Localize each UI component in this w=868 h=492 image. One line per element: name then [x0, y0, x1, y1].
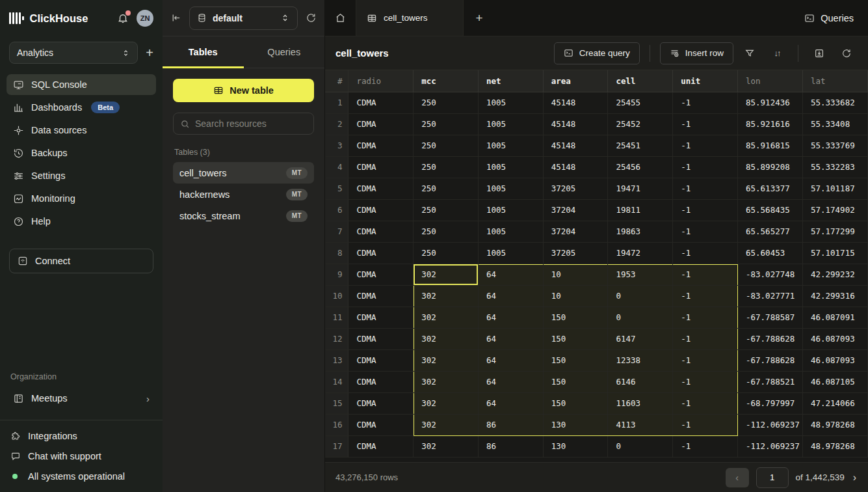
- column-header-lon[interactable]: lon: [738, 70, 803, 92]
- cell[interactable]: 0: [608, 285, 673, 307]
- cell[interactable]: 48.978268: [802, 414, 867, 435]
- sidebar-item-data-sources[interactable]: Data sources: [7, 120, 156, 141]
- cell[interactable]: -112.069237: [738, 435, 803, 457]
- cell[interactable]: 46.087093: [802, 328, 867, 349]
- cell[interactable]: 1953: [608, 264, 673, 285]
- cell[interactable]: -1: [673, 135, 738, 156]
- row-number[interactable]: 9: [325, 264, 349, 285]
- cell[interactable]: CDMA: [349, 178, 414, 199]
- cell[interactable]: CDMA: [349, 435, 414, 457]
- cell[interactable]: 19863: [608, 221, 673, 242]
- connect-button[interactable]: Connect: [9, 249, 153, 273]
- row-number[interactable]: 5: [325, 178, 349, 199]
- sidebar-item-dashboards[interactable]: Dashboards Beta: [7, 97, 156, 118]
- collapse-sidebar-button[interactable]: [170, 12, 181, 23]
- cell[interactable]: 55.33408: [802, 113, 867, 135]
- cell[interactable]: 85.916815: [738, 135, 803, 156]
- cell[interactable]: 1005: [478, 135, 543, 156]
- column-header-lat[interactable]: lat: [802, 70, 867, 92]
- cell[interactable]: 150: [543, 328, 608, 349]
- cell[interactable]: 45148: [543, 113, 608, 135]
- insert-row-button[interactable]: Insert row: [660, 42, 733, 64]
- row-number[interactable]: 8: [325, 242, 349, 264]
- cell[interactable]: 1005: [478, 178, 543, 199]
- sidebar-item-settings[interactable]: Settings: [7, 165, 156, 186]
- row-number[interactable]: 13: [325, 349, 349, 371]
- cell[interactable]: CDMA: [349, 92, 414, 113]
- cell[interactable]: -112.069237: [738, 414, 803, 435]
- cell[interactable]: 46.087093: [802, 349, 867, 371]
- row-number[interactable]: 16: [325, 414, 349, 435]
- cell[interactable]: 130: [543, 414, 608, 435]
- notifications-bell-icon[interactable]: [117, 12, 129, 24]
- workspace-select[interactable]: Analytics: [9, 42, 138, 64]
- cell[interactable]: 37205: [543, 242, 608, 264]
- refresh-tables-button[interactable]: [306, 12, 317, 23]
- queries-button[interactable]: Queries: [804, 0, 868, 36]
- cell[interactable]: 250: [414, 199, 479, 221]
- cell[interactable]: -1: [673, 328, 738, 349]
- sidebar-item-meetups[interactable]: Meetups ›: [7, 387, 156, 409]
- cell[interactable]: 250: [414, 156, 479, 178]
- cell[interactable]: CDMA: [349, 392, 414, 414]
- cell[interactable]: 1005: [478, 221, 543, 242]
- cell[interactable]: 48.978268: [802, 435, 867, 457]
- cell[interactable]: 64: [478, 371, 543, 392]
- cell[interactable]: CDMA: [349, 285, 414, 307]
- tab-cell-towers[interactable]: cell_towers: [356, 0, 464, 36]
- cell[interactable]: -67.788628: [738, 328, 803, 349]
- cell[interactable]: -1: [673, 371, 738, 392]
- cell[interactable]: 42.299316: [802, 285, 867, 307]
- cell[interactable]: 302: [414, 285, 479, 307]
- cell[interactable]: 6147: [608, 328, 673, 349]
- cell[interactable]: 302: [414, 414, 479, 435]
- cell[interactable]: 65.568435: [738, 199, 803, 221]
- cell[interactable]: 85.899208: [738, 156, 803, 178]
- cell[interactable]: 57.101187: [802, 178, 867, 199]
- cell[interactable]: 10: [543, 285, 608, 307]
- cell[interactable]: 25456: [608, 156, 673, 178]
- sidebar-item-help[interactable]: Help: [7, 211, 156, 232]
- sidebar-item-chat-support[interactable]: Chat with support: [10, 451, 152, 461]
- system-status[interactable]: All systems operational: [10, 471, 152, 482]
- cell[interactable]: 0: [608, 435, 673, 457]
- cell[interactable]: 19471: [608, 178, 673, 199]
- table-list-item-stocks-stream[interactable]: stocks_stream MT: [173, 205, 314, 226]
- row-number[interactable]: 11: [325, 307, 349, 328]
- cell[interactable]: 250: [414, 92, 479, 113]
- cell[interactable]: -1: [673, 435, 738, 457]
- cell[interactable]: -83.027748: [738, 264, 803, 285]
- cell[interactable]: CDMA: [349, 414, 414, 435]
- cell[interactable]: 65.613377: [738, 178, 803, 199]
- table-list-item-cell-towers[interactable]: cell_towers MT: [173, 162, 314, 184]
- sidebar-item-monitoring[interactable]: Monitoring: [7, 188, 156, 209]
- cell[interactable]: -1: [673, 113, 738, 135]
- cell[interactable]: 85.912436: [738, 92, 803, 113]
- refresh-data-button[interactable]: [835, 42, 858, 64]
- cell[interactable]: 64: [478, 328, 543, 349]
- cell[interactable]: 25455: [608, 92, 673, 113]
- cell[interactable]: 57.177299: [802, 221, 867, 242]
- cell[interactable]: 57.174902: [802, 199, 867, 221]
- cell[interactable]: CDMA: [349, 113, 414, 135]
- row-number[interactable]: 6: [325, 199, 349, 221]
- cell[interactable]: 19472: [608, 242, 673, 264]
- cell[interactable]: 1005: [478, 113, 543, 135]
- column-header-cell[interactable]: cell: [608, 70, 673, 92]
- cell[interactable]: 55.333682: [802, 92, 867, 113]
- cell[interactable]: 1005: [478, 156, 543, 178]
- download-button[interactable]: [808, 42, 830, 64]
- cell[interactable]: 64: [478, 264, 543, 285]
- cell[interactable]: 64: [478, 349, 543, 371]
- cell[interactable]: 46.087105: [802, 371, 867, 392]
- row-number[interactable]: 2: [325, 113, 349, 135]
- row-number[interactable]: 17: [325, 435, 349, 457]
- prev-page-button[interactable]: ‹: [726, 468, 749, 487]
- cell[interactable]: 85.921616: [738, 113, 803, 135]
- cell[interactable]: 64: [478, 307, 543, 328]
- cell[interactable]: 302: [414, 307, 479, 328]
- cell[interactable]: 1005: [478, 199, 543, 221]
- row-number[interactable]: 12: [325, 328, 349, 349]
- cell[interactable]: 250: [414, 178, 479, 199]
- row-number[interactable]: 1: [325, 92, 349, 113]
